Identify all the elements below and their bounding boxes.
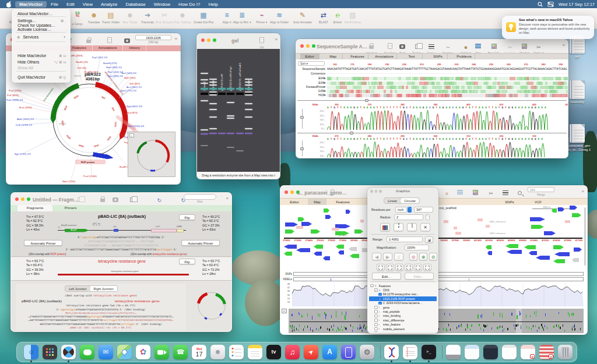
- horizontal-pan-slider[interactable]: [297, 133, 567, 133]
- palette-mini-tool-5[interactable]: [414, 264, 422, 271]
- menu-item-hide-others[interactable]: Hide Others⌥ ⌘ H: [15, 59, 68, 65]
- close-button[interactable]: [285, 190, 288, 194]
- dock-min-red[interactable]: ✕: [539, 345, 554, 359]
- disclosure-mat-peptide[interactable]: ›: [379, 310, 382, 313]
- feature-tree-row-3293-4153-beta-lactama[interactable]: ✓C3293:4153 beta-lactama…: [369, 301, 437, 305]
- horizontal-pan-slider[interactable]: [297, 100, 567, 101]
- apple-menu[interactable]: [0, 1, 15, 8]
- radius-field[interactable]: 2: [394, 214, 423, 220]
- feature-arrow[interactable]: [354, 229, 363, 234]
- menubar-item-edit[interactable]: Edit: [62, 1, 79, 8]
- feature-tree-row-old-sequence[interactable]: ›old_sequence: [369, 331, 437, 332]
- feature-arrow[interactable]: [301, 222, 312, 226]
- magnification-field[interactable]: 100%: [405, 245, 429, 250]
- gel-window[interactable]: gel Gel » λ HindIII1kb ladderpBR322 EcoR…: [196, 33, 280, 179]
- slider-handle[interactable]: [300, 147, 304, 150]
- feature-arrow[interactable]: [536, 256, 550, 260]
- menubar-item-analyze[interactable]: Analyze: [97, 1, 121, 8]
- automatic-primer-button-left[interactable]: Automatic Primer: [24, 240, 62, 246]
- feature-arrow[interactable]: [553, 245, 564, 249]
- plasmid-overview-panel[interactable]: −: [128, 132, 175, 177]
- junction-tab-left-junction[interactable]: Left Junction: [65, 286, 90, 291]
- dock-trash[interactable]: [558, 345, 573, 359]
- dock-music[interactable]: ♫: [285, 345, 300, 359]
- dock-messages[interactable]: [80, 345, 94, 359]
- palette-mini-tool-3[interactable]: [395, 264, 403, 271]
- feature-tree-row-mobile-element[interactable]: ›mobile_element: [369, 327, 437, 331]
- feature-arrow[interactable]: [325, 215, 331, 219]
- feature-tree-row-gene[interactable]: ›gene: [369, 305, 437, 309]
- disclosure-misc-binding[interactable]: ›: [379, 314, 382, 317]
- dock-photos[interactable]: ✿: [136, 345, 150, 359]
- feature-tree-row-misc-binding[interactable]: ›misc_binding: [369, 314, 437, 318]
- feature-arrow[interactable]: [486, 225, 490, 228]
- graphics-palette[interactable]: Graphics Linear Circular Residues per in…: [367, 188, 438, 334]
- minimize-button[interactable]: [306, 44, 310, 48]
- feature-arrow[interactable]: [336, 245, 344, 249]
- feature-arrow[interactable]: [524, 245, 536, 249]
- feature-arrow[interactable]: [360, 220, 364, 222]
- tab-primers[interactable]: Primers: [56, 205, 85, 211]
- tools-button[interactable]: ✕: [420, 223, 430, 231]
- menubar-item-help[interactable]: Help: [204, 1, 222, 8]
- feature-arrow[interactable]: [324, 208, 329, 213]
- checkbox-cds[interactable]: ✓: [374, 288, 378, 292]
- checkbox-misc-binding[interactable]: [374, 314, 378, 318]
- dock-textedit[interactable]: [403, 345, 417, 359]
- row-disclosure[interactable]: ▸: [324, 81, 325, 84]
- close-button[interactable]: [300, 44, 304, 48]
- feature-arrow[interactable]: [314, 245, 323, 249]
- residues-value-field[interactable]: 347: [414, 207, 433, 213]
- feature-arrow[interactable]: [565, 220, 570, 223]
- minimize-button[interactable]: [21, 197, 24, 201]
- feature-tree-row-features[interactable]: −∨Features: [369, 284, 437, 288]
- dock-appstore[interactable]: A: [322, 345, 337, 359]
- dock-finder[interactable]: ☺: [24, 345, 38, 359]
- checkbox-features[interactable]: −: [370, 284, 374, 288]
- disclosure-misc-difference[interactable]: ›: [379, 319, 382, 321]
- menubar-item-file[interactable]: File: [47, 1, 62, 8]
- margins-button[interactable]: [407, 223, 417, 231]
- slider-handle[interactable]: [350, 132, 353, 135]
- range-field[interactable]: 264: [528, 187, 554, 192]
- feature-arrow[interactable]: [349, 247, 357, 251]
- toolbar-interproscan[interactable]: ▧InterProScan: [337, 10, 368, 24]
- row-label-e04a[interactable]: E04a: [297, 76, 325, 80]
- filter-search-input[interactable]: [184, 194, 216, 200]
- feature-arrow[interactable]: [552, 208, 557, 213]
- residues-unit-select[interactable]: inch: [395, 207, 407, 213]
- feature-arrow[interactable]: [338, 250, 344, 255]
- toolbar-overflow-icon[interactable]: »: [563, 43, 565, 48]
- feature-arrow[interactable]: [570, 206, 577, 210]
- selection-range-field[interactable]: 1915:2106: [135, 35, 171, 40]
- row-label-e04b[interactable]: E04b: [297, 81, 325, 84]
- forward-button[interactable]: ▶: [383, 253, 392, 260]
- dock-iphone-mirroring[interactable]: [341, 345, 356, 359]
- dock-settings[interactable]: ⚙: [360, 345, 374, 359]
- menu-item-hide-macvector[interactable]: Hide MacVector⌘ H: [15, 53, 68, 58]
- row-disclosure[interactable]: ▸: [324, 76, 325, 79]
- notification-banner[interactable]: See what's new in macOS Tahoe Discover m…: [502, 16, 594, 39]
- row-label-forwardprimer[interactable]: ForwardPrimer: [297, 85, 325, 89]
- checkbox-66-1276-tetracycline-resi[interactable]: ✓: [378, 293, 382, 296]
- dock-reminders[interactable]: [229, 345, 244, 359]
- junction-tab-right-junction[interactable]: Right Junction: [90, 286, 117, 291]
- dock-maps[interactable]: [117, 345, 132, 359]
- toolbar-overflow-icon[interactable]: »: [275, 37, 278, 42]
- checkbox-mat-peptide[interactable]: [374, 310, 378, 313]
- unit-stepper[interactable]: ⌃⌄: [408, 207, 412, 213]
- range-menu-button[interactable]: ◪: [425, 236, 433, 243]
- row-disclosure[interactable]: ◂: [324, 93, 325, 96]
- segment-circular[interactable]: Circular: [401, 198, 419, 203]
- row-label-consensus[interactable]: Consensus: [297, 72, 325, 75]
- zoom-select-button[interactable]: ⊙: [409, 253, 417, 260]
- trace-style-button[interactable]: [380, 223, 390, 231]
- control-center-icon[interactable]: [547, 2, 554, 7]
- radius-stepper[interactable]: ⌃⌄: [426, 214, 430, 220]
- dock-terminal[interactable]: >_: [422, 345, 436, 359]
- plasmid-tab-history[interactable]: History: [123, 45, 146, 51]
- toolbar-overflow-icon[interactable]: »: [175, 36, 177, 41]
- linear-circular-segment[interactable]: Linear Circular: [384, 197, 420, 204]
- feature-tree-row-mat-peptide[interactable]: ›mat_peptide: [369, 309, 437, 313]
- feature-arrow[interactable]: [572, 213, 581, 217]
